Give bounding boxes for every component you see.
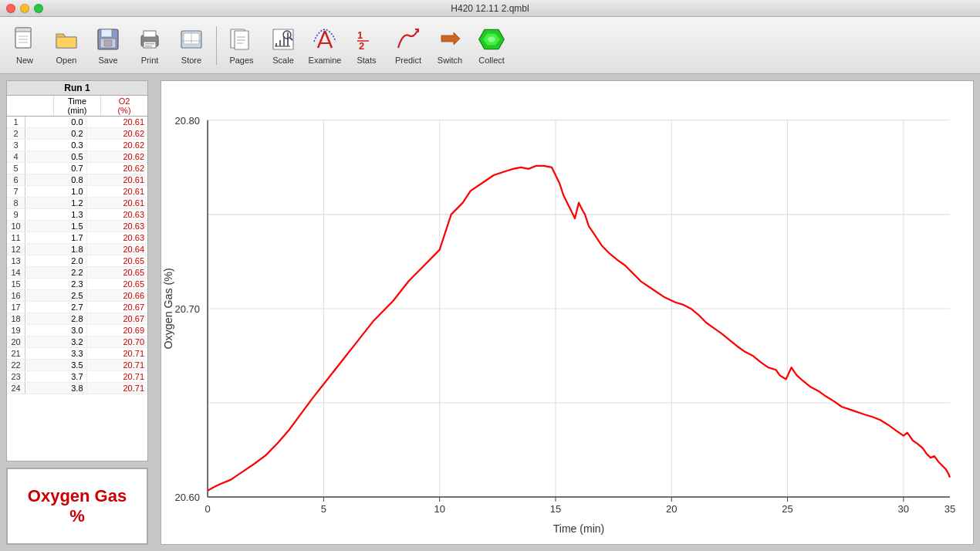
legend-line2: %	[69, 506, 85, 526]
table-row: 2 0.2 20.62	[7, 128, 147, 140]
o2-cell: 20.71	[87, 371, 148, 382]
row-number: 3	[7, 140, 25, 150]
row-number: 8	[7, 198, 25, 208]
svg-rect-11	[144, 42, 156, 48]
svg-text:Oxygen Gas (%): Oxygen Gas (%)	[162, 268, 174, 349]
row-number: 20	[7, 336, 25, 347]
table-row: 22 3.5 20.71	[7, 360, 147, 371]
examine-label: Examine	[309, 56, 342, 65]
collect-icon	[478, 25, 505, 53]
time-cell: 1.0	[25, 186, 87, 197]
print-icon	[136, 25, 164, 53]
time-cell: 1.8	[25, 244, 87, 255]
o2-cell: 20.67	[87, 313, 148, 324]
stats-button[interactable]: 1 2 Stats	[346, 21, 387, 70]
time-cell: 0.3	[25, 140, 87, 150]
table-row: 1 0.0 20.61	[7, 117, 147, 128]
scale-button[interactable]: Scale	[263, 21, 303, 70]
svg-rect-6	[101, 29, 112, 37]
row-number: 17	[7, 302, 25, 313]
svg-text:20.80: 20.80	[175, 115, 201, 127]
table-body: 1 0.0 20.61 2 0.2 20.62 3 0.3 20.62 4 0.…	[7, 117, 147, 394]
new-icon	[11, 25, 39, 53]
stats-label: Stats	[357, 56, 376, 65]
svg-text:5: 5	[321, 503, 326, 515]
save-button[interactable]: Save	[88, 21, 128, 70]
time-cell: 0.2	[25, 128, 87, 139]
traffic-lights	[6, 4, 43, 13]
table-row: 14 2.2 20.65	[7, 267, 147, 279]
data-table[interactable]: Run 1 Time (min) O2 (%) 1 0.0 20.61 2 0.…	[6, 80, 148, 461]
o2-cell: 20.61	[87, 198, 148, 208]
table-row: 6 0.8 20.61	[7, 174, 147, 186]
time-cell: 1.2	[25, 198, 87, 208]
open-icon	[52, 25, 80, 53]
fullscreen-button[interactable]	[34, 4, 43, 13]
predict-icon	[394, 25, 422, 53]
o2-cell: 20.65	[87, 255, 148, 266]
svg-text:Time (min): Time (min)	[553, 522, 604, 535]
row-number: 13	[7, 255, 25, 266]
main-content: Run 1 Time (min) O2 (%) 1 0.0 20.61 2 0.…	[0, 74, 980, 551]
time-cell: 0.5	[25, 151, 87, 162]
table-row: 3 0.3 20.62	[7, 140, 147, 151]
svg-text:35: 35	[945, 503, 955, 515]
store-label: Store	[181, 56, 201, 65]
time-cell: 1.3	[25, 209, 87, 220]
time-cell: 0.7	[25, 163, 87, 174]
table-row: 8 1.2 20.61	[7, 198, 147, 209]
save-icon	[94, 25, 122, 53]
open-button[interactable]: Open	[46, 21, 86, 70]
close-button[interactable]	[6, 4, 15, 13]
new-button[interactable]: New	[5, 21, 45, 70]
row-number: 24	[7, 383, 25, 394]
column-headers: Time (min) O2 (%)	[7, 96, 147, 117]
minimize-button[interactable]	[20, 4, 29, 13]
svg-rect-10	[144, 31, 156, 37]
time-cell: 2.3	[25, 279, 87, 289]
store-button[interactable]: Store	[171, 21, 211, 70]
time-cell: 2.8	[25, 313, 87, 324]
table-row: 12 1.8 20.64	[7, 244, 147, 255]
pages-icon	[228, 25, 255, 53]
time-cell: 0.0	[25, 117, 87, 127]
table-row: 10 1.5 20.63	[7, 221, 147, 232]
time-cell: 3.0	[25, 325, 87, 336]
time-cell: 3.2	[25, 336, 87, 347]
collect-button[interactable]: Collect	[471, 21, 512, 70]
store-icon	[177, 25, 205, 53]
svg-text:2: 2	[359, 40, 364, 52]
svg-text:10: 10	[434, 503, 444, 515]
row-number: 22	[7, 360, 25, 370]
svg-rect-12	[145, 43, 154, 45]
switch-button[interactable]: Switch	[430, 21, 470, 70]
toolbar-separator-1	[216, 26, 217, 65]
save-label: Save	[98, 56, 117, 65]
svg-text:20: 20	[666, 503, 677, 515]
scale-icon	[269, 25, 297, 53]
run-header: Run 1	[7, 81, 147, 96]
o2-cell: 20.62	[87, 140, 148, 150]
o2-cell: 20.62	[87, 151, 148, 162]
switch-label: Switch	[438, 56, 462, 65]
table-row: 24 3.8 20.71	[7, 383, 147, 394]
row-number: 12	[7, 244, 25, 255]
pages-button[interactable]: Pages	[221, 21, 262, 70]
table-row: 20 3.2 20.70	[7, 336, 147, 348]
svg-text:25: 25	[782, 503, 792, 515]
table-row: 17 2.7 20.67	[7, 302, 147, 313]
svg-text:0: 0	[204, 503, 210, 515]
toolbar: New Open Save	[0, 17, 980, 74]
predict-button[interactable]: Predict	[388, 21, 428, 70]
stats-icon: 1 2	[353, 25, 380, 53]
row-number: 14	[7, 267, 25, 278]
o2-cell: 20.62	[87, 163, 148, 174]
examine-button[interactable]: Examine	[305, 21, 345, 70]
svg-text:15: 15	[550, 503, 561, 515]
svg-rect-8	[104, 40, 112, 46]
print-button[interactable]: Print	[130, 21, 170, 70]
chart-area[interactable]: 20.80 20.70 20.60 0 5 10 15 20 25 30 35 …	[161, 80, 974, 545]
o2-cell: 20.63	[87, 221, 148, 232]
legend-box: Oxygen Gas %	[6, 468, 148, 545]
o2-cell: 20.69	[87, 325, 148, 336]
